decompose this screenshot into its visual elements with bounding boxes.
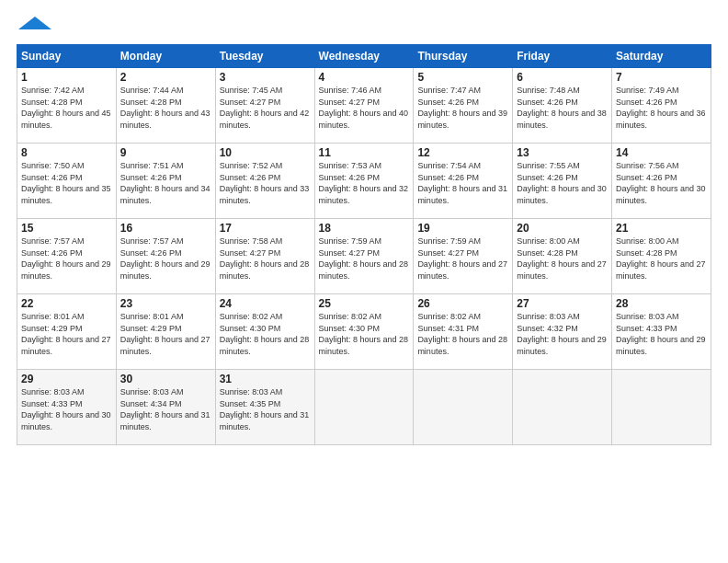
day-info: Sunrise: 7:46 AMSunset: 4:27 PMDaylight:… <box>319 86 409 130</box>
calendar-cell: 18 Sunrise: 7:59 AMSunset: 4:27 PMDaylig… <box>314 219 414 294</box>
weekday-header-saturday: Saturday <box>612 45 711 68</box>
day-info: Sunrise: 7:54 AMSunset: 4:26 PMDaylight:… <box>417 161 507 205</box>
day-number: 21 <box>616 222 707 235</box>
calendar-cell: 20 Sunrise: 8:00 AMSunset: 4:28 PMDaylig… <box>513 219 612 294</box>
calendar-cell: 24 Sunrise: 8:02 AMSunset: 4:30 PMDaylig… <box>215 294 314 370</box>
calendar-cell: 7 Sunrise: 7:49 AMSunset: 4:26 PMDayligh… <box>612 68 711 144</box>
calendar-cell: 30 Sunrise: 8:03 AMSunset: 4:34 PMDaylig… <box>116 370 215 445</box>
day-info: Sunrise: 8:02 AMSunset: 4:30 PMDaylight:… <box>319 312 409 356</box>
day-info: Sunrise: 8:03 AMSunset: 4:33 PMDaylight:… <box>21 387 111 431</box>
weekday-header-sunday: Sunday <box>17 45 117 68</box>
calendar-week-row: 15 Sunrise: 7:57 AMSunset: 4:26 PMDaylig… <box>17 219 711 294</box>
day-info: Sunrise: 7:58 AMSunset: 4:27 PMDaylight:… <box>220 236 310 281</box>
calendar-cell: 10 Sunrise: 7:52 AMSunset: 4:26 PMDaylig… <box>215 144 314 219</box>
calendar-cell <box>314 370 414 445</box>
day-number: 25 <box>319 297 410 310</box>
day-info: Sunrise: 7:56 AMSunset: 4:26 PMDaylight:… <box>616 161 706 205</box>
day-number: 28 <box>616 297 707 310</box>
day-number: 14 <box>616 146 707 159</box>
day-number: 1 <box>21 71 112 84</box>
day-info: Sunrise: 7:59 AMSunset: 4:27 PMDaylight:… <box>319 236 409 281</box>
day-number: 9 <box>120 146 211 159</box>
calendar-cell: 12 Sunrise: 7:54 AMSunset: 4:26 PMDaylig… <box>414 144 513 219</box>
calendar-table: SundayMondayTuesdayWednesdayThursdayFrid… <box>17 44 711 445</box>
day-info: Sunrise: 7:47 AMSunset: 4:26 PMDaylight:… <box>417 86 507 130</box>
day-info: Sunrise: 8:01 AMSunset: 4:29 PMDaylight:… <box>21 312 111 356</box>
day-info: Sunrise: 7:59 AMSunset: 4:27 PMDaylight:… <box>417 236 507 281</box>
day-number: 7 <box>616 71 707 84</box>
calendar-cell: 1 Sunrise: 7:42 AMSunset: 4:28 PMDayligh… <box>17 68 117 144</box>
day-number: 19 <box>417 222 508 235</box>
calendar-cell: 16 Sunrise: 7:57 AMSunset: 4:26 PMDaylig… <box>116 219 215 294</box>
day-info: Sunrise: 7:51 AMSunset: 4:26 PMDaylight:… <box>120 161 210 205</box>
weekday-header-friday: Friday <box>513 45 612 68</box>
day-number: 13 <box>517 146 608 159</box>
day-number: 31 <box>220 373 311 385</box>
calendar-cell: 2 Sunrise: 7:44 AMSunset: 4:28 PMDayligh… <box>116 68 215 144</box>
day-info: Sunrise: 8:00 AMSunset: 4:28 PMDaylight:… <box>616 236 706 281</box>
calendar-cell: 17 Sunrise: 7:58 AMSunset: 4:27 PMDaylig… <box>215 219 314 294</box>
calendar-cell: 15 Sunrise: 7:57 AMSunset: 4:26 PMDaylig… <box>17 219 117 294</box>
day-info: Sunrise: 8:03 AMSunset: 4:35 PMDaylight:… <box>220 387 310 431</box>
weekday-header-monday: Monday <box>116 45 215 68</box>
day-number: 11 <box>319 146 410 159</box>
page-header <box>17 15 711 35</box>
calendar-week-row: 22 Sunrise: 8:01 AMSunset: 4:29 PMDaylig… <box>17 294 711 370</box>
weekday-header-thursday: Thursday <box>414 45 513 68</box>
day-info: Sunrise: 7:53 AMSunset: 4:26 PMDaylight:… <box>319 161 409 205</box>
calendar-cell: 13 Sunrise: 7:55 AMSunset: 4:26 PMDaylig… <box>513 144 612 219</box>
calendar-cell: 4 Sunrise: 7:46 AMSunset: 4:27 PMDayligh… <box>314 68 414 144</box>
day-number: 20 <box>517 222 608 235</box>
calendar-week-row: 29 Sunrise: 8:03 AMSunset: 4:33 PMDaylig… <box>17 370 711 445</box>
calendar-cell: 27 Sunrise: 8:03 AMSunset: 4:32 PMDaylig… <box>513 294 612 370</box>
calendar-week-row: 8 Sunrise: 7:50 AMSunset: 4:26 PMDayligh… <box>17 144 711 219</box>
calendar-cell: 11 Sunrise: 7:53 AMSunset: 4:26 PMDaylig… <box>314 144 414 219</box>
calendar-week-row: 1 Sunrise: 7:42 AMSunset: 4:28 PMDayligh… <box>17 68 711 144</box>
day-number: 6 <box>517 71 608 84</box>
day-info: Sunrise: 8:03 AMSunset: 4:32 PMDaylight:… <box>517 312 607 356</box>
day-info: Sunrise: 7:55 AMSunset: 4:26 PMDaylight:… <box>517 161 607 205</box>
day-info: Sunrise: 8:02 AMSunset: 4:31 PMDaylight:… <box>417 312 507 356</box>
day-number: 29 <box>21 373 112 385</box>
day-number: 23 <box>120 297 211 310</box>
day-number: 3 <box>220 71 311 84</box>
calendar-cell <box>513 370 612 445</box>
day-info: Sunrise: 7:57 AMSunset: 4:26 PMDaylight:… <box>120 236 210 281</box>
calendar-cell: 5 Sunrise: 7:47 AMSunset: 4:26 PMDayligh… <box>414 68 513 144</box>
day-number: 4 <box>319 71 410 84</box>
logo <box>17 15 53 35</box>
day-info: Sunrise: 8:03 AMSunset: 4:33 PMDaylight:… <box>616 312 706 356</box>
day-info: Sunrise: 8:00 AMSunset: 4:28 PMDaylight:… <box>517 236 607 281</box>
day-info: Sunrise: 7:50 AMSunset: 4:26 PMDaylight:… <box>21 161 111 205</box>
day-info: Sunrise: 7:52 AMSunset: 4:26 PMDaylight:… <box>220 161 310 205</box>
calendar-cell: 31 Sunrise: 8:03 AMSunset: 4:35 PMDaylig… <box>215 370 314 445</box>
logo-icon <box>17 15 53 31</box>
day-number: 24 <box>220 297 311 310</box>
day-number: 22 <box>21 297 112 310</box>
calendar-page: SundayMondayTuesdayWednesdayThursdayFrid… <box>0 0 728 563</box>
calendar-cell: 21 Sunrise: 8:00 AMSunset: 4:28 PMDaylig… <box>612 219 711 294</box>
calendar-cell: 29 Sunrise: 8:03 AMSunset: 4:33 PMDaylig… <box>17 370 117 445</box>
day-info: Sunrise: 7:48 AMSunset: 4:26 PMDaylight:… <box>517 86 607 130</box>
calendar-header-row: SundayMondayTuesdayWednesdayThursdayFrid… <box>17 45 711 68</box>
calendar-cell: 9 Sunrise: 7:51 AMSunset: 4:26 PMDayligh… <box>116 144 215 219</box>
day-number: 8 <box>21 146 112 159</box>
calendar-cell: 28 Sunrise: 8:03 AMSunset: 4:33 PMDaylig… <box>612 294 711 370</box>
calendar-cell <box>612 370 711 445</box>
day-info: Sunrise: 7:57 AMSunset: 4:26 PMDaylight:… <box>21 236 111 281</box>
day-number: 18 <box>319 222 410 235</box>
day-info: Sunrise: 7:49 AMSunset: 4:26 PMDaylight:… <box>616 86 706 130</box>
day-info: Sunrise: 7:45 AMSunset: 4:27 PMDaylight:… <box>220 86 310 130</box>
calendar-cell: 6 Sunrise: 7:48 AMSunset: 4:26 PMDayligh… <box>513 68 612 144</box>
day-number: 12 <box>417 146 508 159</box>
calendar-cell: 26 Sunrise: 8:02 AMSunset: 4:31 PMDaylig… <box>414 294 513 370</box>
day-number: 5 <box>417 71 508 84</box>
day-number: 17 <box>220 222 311 235</box>
day-number: 30 <box>120 373 211 385</box>
calendar-cell: 3 Sunrise: 7:45 AMSunset: 4:27 PMDayligh… <box>215 68 314 144</box>
calendar-cell: 22 Sunrise: 8:01 AMSunset: 4:29 PMDaylig… <box>17 294 117 370</box>
calendar-cell <box>414 370 513 445</box>
day-info: Sunrise: 8:03 AMSunset: 4:34 PMDaylight:… <box>120 387 210 431</box>
day-number: 2 <box>120 71 211 84</box>
calendar-cell: 8 Sunrise: 7:50 AMSunset: 4:26 PMDayligh… <box>17 144 117 219</box>
